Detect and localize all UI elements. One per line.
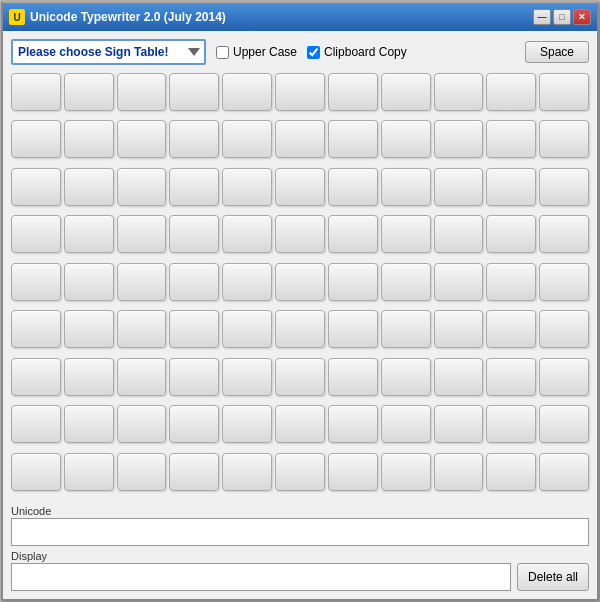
grid-button-67[interactable]	[64, 358, 114, 396]
grid-button-77[interactable]	[11, 405, 61, 443]
unicode-input[interactable]	[11, 518, 589, 546]
grid-button-55[interactable]	[11, 310, 61, 348]
grid-button-80[interactable]	[169, 405, 219, 443]
sign-table-select[interactable]: Please choose Sign Table!	[11, 39, 206, 65]
grid-button-6[interactable]	[328, 73, 378, 111]
grid-button-87[interactable]	[539, 405, 589, 443]
grid-button-39[interactable]	[328, 215, 378, 253]
grid-button-59[interactable]	[222, 310, 272, 348]
grid-button-21[interactable]	[539, 120, 589, 158]
grid-button-76[interactable]	[539, 358, 589, 396]
grid-button-7[interactable]	[381, 73, 431, 111]
grid-button-79[interactable]	[117, 405, 167, 443]
minimize-button[interactable]: —	[533, 9, 551, 25]
grid-button-97[interactable]	[486, 453, 536, 491]
close-button[interactable]: ✕	[573, 9, 591, 25]
grid-button-56[interactable]	[64, 310, 114, 348]
grid-button-10[interactable]	[539, 73, 589, 111]
clipboard-checkbox[interactable]	[307, 46, 320, 59]
grid-button-83[interactable]	[328, 405, 378, 443]
grid-button-35[interactable]	[117, 215, 167, 253]
uppercase-label[interactable]: Upper Case	[233, 45, 297, 59]
grid-button-90[interactable]	[117, 453, 167, 491]
grid-button-92[interactable]	[222, 453, 272, 491]
grid-button-11[interactable]	[11, 120, 61, 158]
grid-button-33[interactable]	[11, 215, 61, 253]
grid-button-2[interactable]	[117, 73, 167, 111]
grid-button-88[interactable]	[11, 453, 61, 491]
uppercase-checkbox[interactable]	[216, 46, 229, 59]
grid-button-1[interactable]	[64, 73, 114, 111]
grid-button-17[interactable]	[328, 120, 378, 158]
grid-button-47[interactable]	[169, 263, 219, 301]
display-input[interactable]	[11, 563, 511, 591]
grid-button-19[interactable]	[434, 120, 484, 158]
grid-button-3[interactable]	[169, 73, 219, 111]
grid-button-30[interactable]	[434, 168, 484, 206]
grid-button-65[interactable]	[539, 310, 589, 348]
grid-button-95[interactable]	[381, 453, 431, 491]
grid-button-96[interactable]	[434, 453, 484, 491]
grid-button-84[interactable]	[381, 405, 431, 443]
grid-button-52[interactable]	[434, 263, 484, 301]
grid-button-63[interactable]	[434, 310, 484, 348]
grid-button-50[interactable]	[328, 263, 378, 301]
space-button[interactable]: Space	[525, 41, 589, 63]
grid-button-72[interactable]	[328, 358, 378, 396]
grid-button-40[interactable]	[381, 215, 431, 253]
grid-button-70[interactable]	[222, 358, 272, 396]
grid-button-49[interactable]	[275, 263, 325, 301]
grid-button-42[interactable]	[486, 215, 536, 253]
grid-button-91[interactable]	[169, 453, 219, 491]
delete-all-button[interactable]: Delete all	[517, 563, 589, 591]
grid-button-51[interactable]	[381, 263, 431, 301]
grid-button-45[interactable]	[64, 263, 114, 301]
grid-button-32[interactable]	[539, 168, 589, 206]
grid-button-75[interactable]	[486, 358, 536, 396]
grid-button-86[interactable]	[486, 405, 536, 443]
grid-button-85[interactable]	[434, 405, 484, 443]
grid-button-48[interactable]	[222, 263, 272, 301]
grid-button-20[interactable]	[486, 120, 536, 158]
grid-button-25[interactable]	[169, 168, 219, 206]
grid-button-24[interactable]	[117, 168, 167, 206]
restore-button[interactable]: □	[553, 9, 571, 25]
grid-button-66[interactable]	[11, 358, 61, 396]
grid-button-43[interactable]	[539, 215, 589, 253]
grid-button-36[interactable]	[169, 215, 219, 253]
grid-button-62[interactable]	[381, 310, 431, 348]
grid-button-74[interactable]	[434, 358, 484, 396]
grid-button-15[interactable]	[222, 120, 272, 158]
grid-button-69[interactable]	[169, 358, 219, 396]
grid-button-94[interactable]	[328, 453, 378, 491]
grid-button-13[interactable]	[117, 120, 167, 158]
grid-button-14[interactable]	[169, 120, 219, 158]
grid-button-44[interactable]	[11, 263, 61, 301]
grid-button-5[interactable]	[275, 73, 325, 111]
grid-button-71[interactable]	[275, 358, 325, 396]
grid-button-4[interactable]	[222, 73, 272, 111]
grid-button-73[interactable]	[381, 358, 431, 396]
grid-button-46[interactable]	[117, 263, 167, 301]
grid-button-0[interactable]	[11, 73, 61, 111]
clipboard-label[interactable]: Clipboard Copy	[324, 45, 407, 59]
grid-button-93[interactable]	[275, 453, 325, 491]
grid-button-64[interactable]	[486, 310, 536, 348]
grid-button-81[interactable]	[222, 405, 272, 443]
grid-button-82[interactable]	[275, 405, 325, 443]
grid-button-16[interactable]	[275, 120, 325, 158]
grid-button-41[interactable]	[434, 215, 484, 253]
grid-button-26[interactable]	[222, 168, 272, 206]
grid-button-53[interactable]	[486, 263, 536, 301]
grid-button-61[interactable]	[328, 310, 378, 348]
grid-button-22[interactable]	[11, 168, 61, 206]
grid-button-68[interactable]	[117, 358, 167, 396]
grid-button-18[interactable]	[381, 120, 431, 158]
grid-button-29[interactable]	[381, 168, 431, 206]
grid-button-60[interactable]	[275, 310, 325, 348]
grid-button-78[interactable]	[64, 405, 114, 443]
grid-button-28[interactable]	[328, 168, 378, 206]
grid-button-12[interactable]	[64, 120, 114, 158]
grid-button-37[interactable]	[222, 215, 272, 253]
grid-button-54[interactable]	[539, 263, 589, 301]
